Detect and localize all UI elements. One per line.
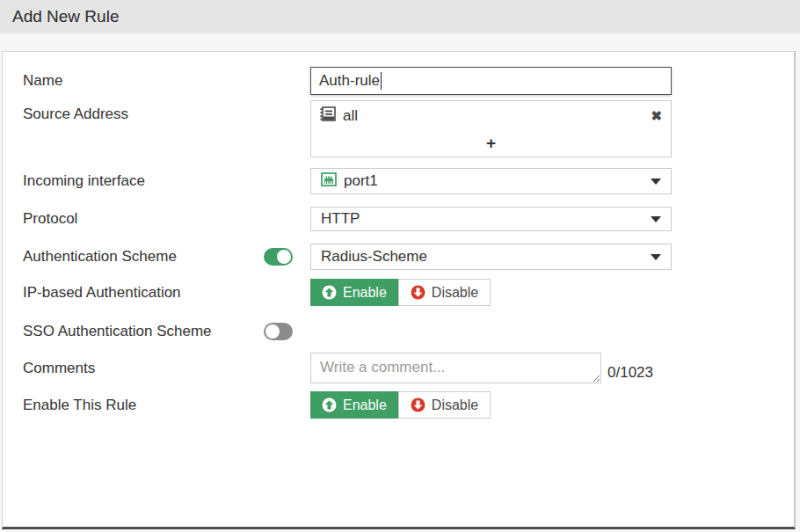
rule-enable-button[interactable]: Enable <box>310 391 398 419</box>
source-address-row: Source Address <box>3 95 794 157</box>
add-source-address-button[interactable]: + <box>311 130 671 157</box>
circle-down-arrow-icon <box>411 285 425 300</box>
enable-label: Enable <box>343 285 387 301</box>
rule-disable-button[interactable]: Disable <box>398 391 491 419</box>
protocol-label: Protocol <box>23 210 77 228</box>
toggle-knob <box>265 324 280 339</box>
disable-label: Disable <box>432 285 478 301</box>
chevron-down-icon <box>651 216 661 222</box>
text-caret <box>381 72 382 90</box>
ip-based-authentication-segmented: Enable Disable <box>310 279 491 306</box>
plus-icon: + <box>486 134 496 153</box>
chevron-down-icon <box>651 179 661 185</box>
sso-authentication-scheme-row: SSO Authentication Scheme <box>3 323 794 340</box>
disable-label: Disable <box>432 397 478 413</box>
name-input[interactable]: Auth-rule <box>310 67 672 95</box>
source-address-entry[interactable]: all ✖ <box>311 101 671 130</box>
sso-authentication-scheme-toggle[interactable] <box>264 323 293 340</box>
sso-authentication-scheme-label: SSO Authentication Scheme <box>23 323 212 340</box>
authentication-scheme-select[interactable]: Radius-Scheme <box>310 244 672 270</box>
protocol-row: Protocol HTTP <box>3 207 794 231</box>
chevron-down-icon <box>651 254 661 260</box>
source-address-box: all ✖ + <box>310 100 672 157</box>
protocol-value: HTTP <box>321 210 651 228</box>
protocol-select[interactable]: HTTP <box>310 207 672 231</box>
authentication-scheme-toggle[interactable] <box>264 248 293 266</box>
name-label: Name <box>23 72 62 90</box>
circle-up-arrow-icon <box>322 397 337 412</box>
remove-entry-icon[interactable]: ✖ <box>651 108 662 124</box>
circle-down-arrow-icon <box>411 397 425 412</box>
enable-this-rule-label: Enable This Rule <box>23 397 136 414</box>
ip-based-disable-button[interactable]: Disable <box>398 279 491 306</box>
enable-this-rule-row: Enable This Rule Enable Disable <box>3 391 794 419</box>
form-panel: Name Auth-rule Source Address <box>2 51 796 529</box>
comments-label: Comments <box>23 360 95 377</box>
comments-input[interactable] <box>310 353 601 383</box>
enable-label: Enable <box>343 397 387 413</box>
incoming-interface-select[interactable]: port1 <box>310 168 672 194</box>
authentication-scheme-value: Radius-Scheme <box>321 248 651 266</box>
ip-based-authentication-label: IP-based Authentication <box>23 284 181 302</box>
dialog-header: Add New Rule <box>0 0 800 33</box>
enable-this-rule-segmented: Enable Disable <box>310 391 491 419</box>
ip-based-authentication-row: IP-based Authentication Enable Disable <box>3 279 794 306</box>
incoming-interface-row: Incoming interface port1 <box>3 168 794 194</box>
incoming-interface-value: port1 <box>344 172 651 190</box>
source-address-label: Source Address <box>23 106 128 123</box>
name-value: Auth-rule <box>319 72 380 90</box>
comments-row: Comments 0/1023 <box>3 353 794 383</box>
authentication-scheme-row: Authentication Scheme Radius-Scheme <box>3 244 794 270</box>
circle-up-arrow-icon <box>322 285 337 300</box>
page-title: Add New Rule <box>12 7 119 26</box>
address-book-icon <box>320 106 336 125</box>
ip-based-enable-button[interactable]: Enable <box>310 279 398 306</box>
incoming-interface-label: Incoming interface <box>23 172 145 190</box>
toggle-knob <box>277 250 291 264</box>
ethernet-port-icon <box>321 172 337 191</box>
authentication-scheme-label: Authentication Scheme <box>23 248 177 266</box>
name-row: Name Auth-rule <box>3 67 794 95</box>
source-address-entry-name: all <box>343 107 651 125</box>
comments-counter: 0/1023 <box>607 364 653 382</box>
